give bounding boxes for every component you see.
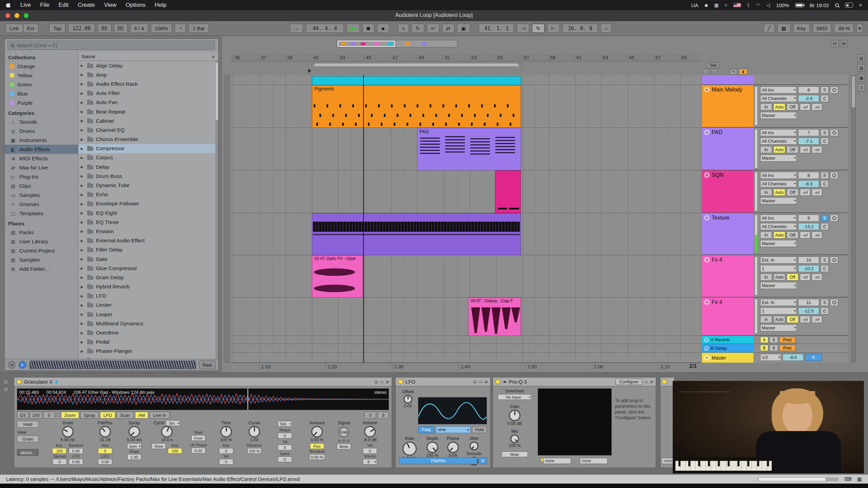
browser-device-item[interactable]: ▶ Glue Compressor [78,264,215,273]
track-header[interactable]: ▾ Main Melody All Ins 6 S [702,85,848,128]
map-mode-icon[interactable]: ◎ [473,380,476,384]
menu-item[interactable]: Create [78,2,95,8]
clip-texture[interactable] [312,213,521,255]
send-b-field[interactable]: -inf [812,146,822,153]
monitor-auto-button[interactable]: Auto [773,231,785,239]
shape-mode-select[interactable]: Std. [278,421,292,427]
browser-device-item[interactable]: ▶ Phaser-Flanger [78,347,215,356]
sidebar-category[interactable]: ▢ Templates [5,209,78,218]
voices-select[interactable]: 8 [363,459,377,465]
clip-optic-fx[interactable]: 33 AT Optic FX - Opal [312,255,363,298]
browser-device-item[interactable]: ▶ Chorus-Ensemble [78,135,215,144]
arrangement-overview[interactable] [337,40,457,47]
menu-item[interactable]: Options [125,2,145,8]
disclosure-icon[interactable]: ▶ [81,211,84,215]
track-name-area[interactable]: ▾ SQN [702,170,753,212]
sidebar-category[interactable]: ▷ Plug-Ins [5,172,78,181]
monitor-in-button[interactable]: In [760,316,772,323]
browser-device-item[interactable]: ▶ Envelope Follower [78,199,215,208]
browser-device-item[interactable]: ▶ Beat Repeat [78,107,215,116]
play-button[interactable]: ▶ [347,24,360,33]
sidebar-place[interactable]: ▥ Current Project [5,246,78,255]
output-select[interactable]: Master [760,112,797,119]
cycle-key-field[interactable]: 100 [168,448,182,454]
master-volume-field[interactable]: -6.0 [783,354,804,361]
disclosure-icon[interactable]: ▶ [81,239,84,243]
ext-toggle[interactable]: Ext [23,24,39,33]
pencil-automation-button[interactable]: ✎ [730,69,737,75]
mix-knob[interactable] [510,434,519,443]
disclosure-icon[interactable]: ▶ [81,193,84,197]
master-track-header[interactable]: ▾ Master 1/2 -6.0 0 [702,353,848,363]
disclosure-icon[interactable]: ▶ [81,128,84,132]
browser-search-box[interactable] [7,41,215,50]
device-title-bar[interactable]: ◂▸ Pro-Q 3 Configure ▭ ⇄ [493,378,656,386]
key-map-toggle[interactable]: Key [793,24,810,33]
disclosure-icon[interactable]: ▶ [81,266,84,270]
monitor-in-button[interactable]: In [760,103,772,110]
map-mode-icon[interactable]: ◎ [374,380,378,384]
midi-arrangement-overdub-button[interactable]: ○ [600,24,612,33]
disclosure-icon[interactable]: ▶ [81,110,84,114]
fine-tune-field[interactable]: 0 [43,412,55,419]
output-select[interactable]: Master [760,324,797,331]
send-b-field[interactable]: -inf [812,316,822,323]
track-fold-icon[interactable]: ▾ [704,299,710,305]
list-header[interactable]: Name ▲ [78,52,218,61]
send-a-field[interactable]: -inf [800,103,810,110]
sidebar-category[interactable]: ▭ Samples [5,190,78,200]
rate-knob[interactable] [402,442,417,456]
disclosure-icon[interactable]: ▶ [81,64,84,67]
session-record-button[interactable]: ▣ [457,24,470,33]
track-resize-strip[interactable] [228,75,230,363]
menu-item[interactable]: View [104,2,117,8]
input-channel-select[interactable]: 1 [760,265,797,272]
browser-device-item[interactable]: ▶ Drum Buss [78,171,215,181]
mixer-section-toggle[interactable]: ▦ [857,74,865,82]
disclosure-icon[interactable]: ▶ [81,248,84,252]
previous-locator-button[interactable]: ◂ [703,69,709,75]
browser-device-item[interactable]: ▶ Gate [78,255,215,264]
track-fold-icon[interactable]: ▾ [704,172,710,178]
solo-button[interactable]: S [821,215,829,222]
disclosure-icon[interactable]: ▶ [81,312,84,316]
return-name-area[interactable]: ▾ B Delay [702,344,753,352]
solo-button[interactable]: S [770,337,778,343]
lr-phase-field[interactable]: 0.00 [191,448,205,453]
voice-retrigger-field[interactable]: 0 [364,412,376,419]
monitor-off-button[interactable]: Off [787,189,798,196]
freq-mode-button[interactable]: Freq [418,426,434,433]
pan-field[interactable]: C [821,95,829,102]
monitor-auto-button[interactable]: Auto [773,189,785,196]
spray-sym-select[interactable]: Sym [127,443,141,449]
monitor-off-button[interactable]: Off [787,273,798,281]
menu-item[interactable]: Live [20,2,31,8]
return-track-header[interactable]: ▾ A Reverb A S Post [702,336,848,344]
track-header[interactable]: ▾ Fx 4 Ext. In 10 S 1 [702,255,848,298]
volume-knob[interactable] [364,426,376,438]
input-type-select[interactable]: Ext. In [760,299,797,306]
return-track-header[interactable]: ▾ B Delay B S Post [702,344,848,353]
browser-device-item[interactable]: ▶ Overdrive [78,328,215,337]
filepos-knob[interactable] [99,426,111,438]
pan-field[interactable]: C [821,138,829,145]
browser-device-item[interactable]: ▶ Limiter [78,301,215,310]
menu-item[interactable]: File [40,2,49,8]
clip-galaxy-clap[interactable]: 09 AT - Galaxy - Clap F [468,298,521,336]
arm-button[interactable] [830,257,838,264]
fold-arrows-icon[interactable]: ◂▸ [503,380,507,384]
waveform-select[interactable]: sine [436,426,471,433]
offset-knob[interactable] [403,395,412,404]
cycle-slow-button[interactable]: Slow [152,443,166,449]
pan-field[interactable]: C [821,307,829,314]
mixer-show-button[interactable]: W [840,40,848,47]
unfold-icon[interactable]: ▭ [644,380,648,384]
unfold-icon[interactable]: ▭ [380,380,384,384]
automation-arm-button[interactable]: ↻ [412,24,424,33]
device-activator[interactable] [495,379,500,384]
monitor-in-button[interactable]: In [760,273,772,281]
loop-brace[interactable] [312,63,521,67]
vertical-scrollbar[interactable] [851,75,856,363]
section-tab[interactable]: Live In [150,412,169,419]
monitor-in-button[interactable]: In [760,231,772,239]
